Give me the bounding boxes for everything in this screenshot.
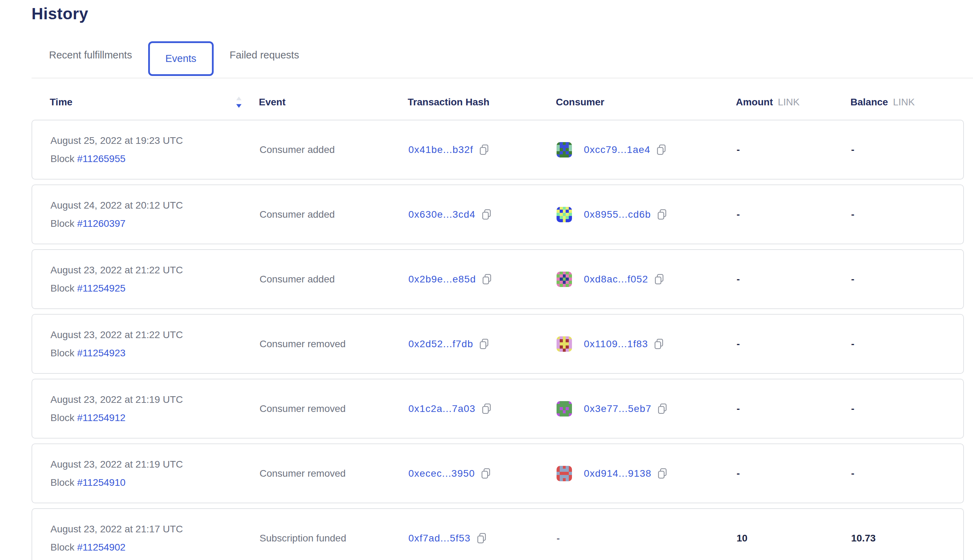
block-label: Block (50, 153, 74, 164)
amount-cell: - (737, 144, 851, 155)
column-header-consumer[interactable]: Consumer (556, 97, 736, 108)
block-number-link[interactable]: #11254902 (77, 542, 125, 553)
transaction-hash-link[interactable]: 0xf7ad...5f53 (408, 533, 471, 544)
consumer-address-link[interactable]: 0xcc79...1ae4 (584, 144, 650, 155)
column-header-event[interactable]: Event (259, 97, 408, 108)
consumer-cell: 0x8955...cd6b (557, 207, 737, 222)
amount-cell: 10 (737, 533, 851, 544)
transaction-hash-cell: 0xf7ad...5f53 (408, 533, 557, 544)
block-number-link[interactable]: #11254925 (77, 283, 125, 293)
transaction-hash-cell: 0x2d52...f7db (408, 338, 557, 350)
table-row: August 23, 2022 at 21:19 UTC Block #1125… (32, 443, 964, 503)
consumer-cell: 0x3e77...5eb7 (557, 401, 737, 417)
event-timestamp: August 23, 2022 at 21:22 UTC (50, 265, 259, 276)
block-line: Block #11254902 (50, 542, 259, 553)
copy-consumer-address-button[interactable] (656, 144, 667, 155)
tab-bar: Recent fulfillments Events Failed reques… (32, 32, 973, 78)
tab-failed-requests[interactable]: Failed requests (221, 40, 308, 71)
balance-cell: - (851, 209, 963, 220)
consumer-address-link[interactable]: 0xd8ac...f052 (584, 274, 648, 285)
table-row: August 23, 2022 at 21:17 UTC Block #1125… (32, 508, 964, 560)
table-row: August 25, 2022 at 19:23 UTC Block #1126… (32, 120, 964, 180)
block-label: Block (50, 412, 74, 423)
consumer-avatar (557, 337, 572, 352)
block-line: Block #11265955 (50, 153, 259, 165)
consumer-cell: 0xd914...9138 (557, 466, 737, 481)
block-number-link[interactable]: #11260397 (77, 218, 125, 229)
copy-transaction-hash-button[interactable] (476, 533, 487, 544)
tab-recent-fulfillments[interactable]: Recent fulfillments (41, 40, 140, 71)
table-row: August 23, 2022 at 21:19 UTC Block #1125… (32, 379, 964, 438)
time-cell: August 23, 2022 at 21:22 UTC Block #1125… (50, 265, 259, 294)
copy-transaction-hash-button[interactable] (481, 209, 492, 220)
copy-consumer-address-button[interactable] (657, 468, 667, 479)
event-timestamp: August 23, 2022 at 21:22 UTC (50, 329, 259, 340)
consumer-avatar (557, 272, 572, 287)
table-row: August 24, 2022 at 20:12 UTC Block #1126… (32, 185, 964, 244)
copy-transaction-hash-button[interactable] (479, 338, 489, 350)
time-cell: August 24, 2022 at 20:12 UTC Block #1126… (50, 200, 259, 229)
time-cell: August 25, 2022 at 19:23 UTC Block #1126… (50, 135, 259, 165)
column-header-balance[interactable]: Balance LINK (850, 97, 963, 108)
copy-icon (657, 468, 667, 479)
transaction-hash-link[interactable]: 0x1c2a...7a03 (408, 403, 476, 414)
copy-icon (476, 533, 487, 544)
block-label: Block (50, 542, 74, 553)
consumer-avatar (557, 207, 572, 222)
block-number-link[interactable]: #11254910 (77, 477, 125, 488)
copy-transaction-hash-button[interactable] (481, 403, 492, 414)
block-label: Block (50, 218, 74, 229)
transaction-hash-link[interactable]: 0x2d52...f7db (408, 338, 473, 350)
consumer-address-link: - (557, 533, 560, 544)
history-page: History Recent fulfillments Events Faile… (0, 4, 973, 560)
block-number-link[interactable]: #11265955 (77, 153, 125, 164)
balance-cell: - (851, 403, 963, 414)
copy-consumer-address-button[interactable] (657, 209, 667, 220)
transaction-hash-link[interactable]: 0xecec...3950 (408, 468, 475, 479)
event-timestamp: August 23, 2022 at 21:19 UTC (50, 459, 259, 470)
event-cell: Consumer added (259, 209, 408, 220)
transaction-hash-link[interactable]: 0x2b9e...e85d (408, 274, 476, 285)
consumer-cell: 0x1109...1f83 (557, 337, 737, 352)
consumer-address-link[interactable]: 0xd914...9138 (584, 468, 652, 479)
event-cell: Consumer removed (259, 338, 408, 350)
copy-transaction-hash-button[interactable] (481, 468, 491, 479)
tab-events[interactable]: Events (148, 41, 214, 76)
copy-icon (481, 468, 491, 479)
transaction-hash-link[interactable]: 0x41be...b32f (408, 144, 473, 155)
block-line: Block #11254925 (50, 283, 259, 294)
balance-cell: - (851, 274, 963, 285)
consumer-address-link[interactable]: 0x8955...cd6b (584, 209, 651, 220)
balance-cell: - (851, 468, 963, 479)
copy-consumer-address-button[interactable] (654, 338, 664, 350)
column-header-transaction-hash[interactable]: Transaction Hash (408, 97, 556, 108)
consumer-avatar (557, 401, 572, 417)
consumer-address-link[interactable]: 0x3e77...5eb7 (584, 403, 652, 414)
block-line: Block #11254912 (50, 412, 259, 423)
balance-unit-label: LINK (893, 97, 914, 108)
block-number-link[interactable]: #11254923 (77, 348, 125, 358)
sort-desc-icon[interactable] (235, 95, 243, 110)
copy-transaction-hash-button[interactable] (479, 144, 489, 155)
transaction-hash-link[interactable]: 0x630e...3cd4 (408, 209, 476, 220)
event-timestamp: August 23, 2022 at 21:19 UTC (50, 394, 259, 405)
block-label: Block (50, 477, 74, 488)
consumer-cell: 0xd8ac...f052 (557, 272, 737, 287)
copy-icon (481, 209, 492, 220)
copy-consumer-address-button[interactable] (657, 403, 667, 414)
consumer-address-link[interactable]: 0x1109...1f83 (584, 338, 648, 350)
time-cell: August 23, 2022 at 21:19 UTC Block #1125… (50, 459, 259, 488)
copy-consumer-address-button[interactable] (654, 274, 664, 285)
block-number-link[interactable]: #11254912 (77, 412, 125, 423)
balance-cell: - (851, 144, 963, 155)
amount-cell: - (737, 468, 851, 479)
consumer-cell: 0xcc79...1ae4 (557, 142, 737, 158)
balance-cell: 10.73 (851, 533, 963, 544)
copy-icon (657, 403, 667, 414)
copy-transaction-hash-button[interactable] (481, 274, 492, 285)
column-header-amount[interactable]: Amount LINK (736, 97, 850, 108)
amount-cell: - (737, 209, 851, 220)
table-row: August 23, 2022 at 21:22 UTC Block #1125… (32, 249, 964, 309)
consumer-avatar (557, 466, 572, 481)
column-header-time[interactable]: Time (50, 95, 259, 110)
